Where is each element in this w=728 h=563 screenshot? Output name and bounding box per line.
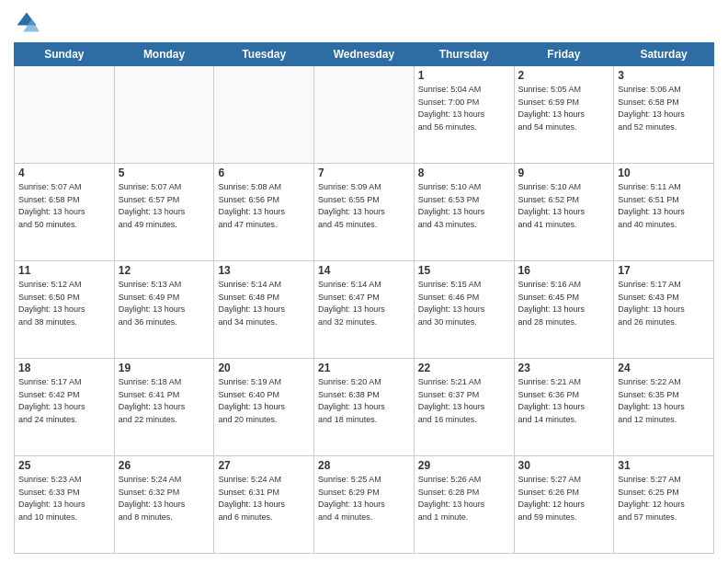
day-info: Sunrise: 5:27 AM Sunset: 6:25 PM Dayligh… — [618, 474, 710, 523]
calendar-cell: 28Sunrise: 5:25 AM Sunset: 6:29 PM Dayli… — [314, 456, 415, 554]
calendar-table: SundayMondayTuesdayWednesdayThursdayFrid… — [14, 42, 714, 554]
day-number: 15 — [418, 264, 510, 277]
day-info: Sunrise: 5:12 AM Sunset: 6:50 PM Dayligh… — [18, 279, 110, 328]
day-info: Sunrise: 5:17 AM Sunset: 6:43 PM Dayligh… — [618, 279, 710, 328]
weekday-header-friday: Friday — [514, 43, 614, 66]
day-number: 31 — [618, 459, 710, 472]
calendar-week-row: 25Sunrise: 5:23 AM Sunset: 6:33 PM Dayli… — [15, 456, 714, 554]
day-number: 22 — [418, 362, 510, 374]
weekday-header-thursday: Thursday — [414, 43, 514, 66]
calendar-cell — [214, 66, 314, 164]
day-number: 16 — [518, 264, 610, 277]
calendar-cell: 4Sunrise: 5:07 AM Sunset: 6:58 PM Daylig… — [15, 164, 115, 261]
calendar-cell: 21Sunrise: 5:20 AM Sunset: 6:38 PM Dayli… — [314, 359, 415, 456]
day-number: 3 — [618, 69, 710, 82]
calendar-cell: 29Sunrise: 5:26 AM Sunset: 6:28 PM Dayli… — [414, 456, 514, 554]
day-number: 21 — [318, 362, 410, 374]
day-info: Sunrise: 5:21 AM Sunset: 6:36 PM Dayligh… — [518, 376, 610, 426]
day-info: Sunrise: 5:07 AM Sunset: 6:57 PM Dayligh… — [119, 181, 210, 231]
calendar-cell: 13Sunrise: 5:14 AM Sunset: 6:48 PM Dayli… — [214, 261, 314, 359]
weekday-header-monday: Monday — [114, 43, 214, 66]
day-number: 9 — [518, 167, 610, 179]
day-number: 1 — [418, 69, 510, 82]
day-info: Sunrise: 5:17 AM Sunset: 6:42 PM Dayligh… — [18, 376, 110, 426]
day-number: 7 — [318, 167, 410, 179]
calendar-cell: 12Sunrise: 5:13 AM Sunset: 6:49 PM Dayli… — [114, 261, 214, 359]
calendar-cell: 8Sunrise: 5:10 AM Sunset: 6:53 PM Daylig… — [414, 164, 514, 261]
day-info: Sunrise: 5:14 AM Sunset: 6:48 PM Dayligh… — [218, 279, 310, 328]
day-info: Sunrise: 5:13 AM Sunset: 6:49 PM Dayligh… — [119, 279, 210, 328]
logo — [14, 9, 43, 35]
calendar-cell: 7Sunrise: 5:09 AM Sunset: 6:55 PM Daylig… — [314, 164, 415, 261]
day-number: 10 — [618, 167, 710, 179]
day-number: 6 — [218, 167, 310, 179]
day-number: 5 — [119, 167, 210, 179]
day-number: 11 — [18, 264, 110, 277]
day-info: Sunrise: 5:10 AM Sunset: 6:53 PM Dayligh… — [418, 181, 510, 231]
calendar-cell: 22Sunrise: 5:21 AM Sunset: 6:37 PM Dayli… — [414, 359, 514, 456]
day-info: Sunrise: 5:11 AM Sunset: 6:51 PM Dayligh… — [618, 181, 710, 231]
day-info: Sunrise: 5:21 AM Sunset: 6:37 PM Dayligh… — [418, 376, 510, 426]
day-number: 28 — [318, 459, 410, 472]
day-number: 2 — [518, 69, 610, 82]
day-number: 17 — [618, 264, 710, 277]
day-info: Sunrise: 5:04 AM Sunset: 7:00 PM Dayligh… — [418, 84, 510, 133]
calendar-cell: 15Sunrise: 5:15 AM Sunset: 6:46 PM Dayli… — [414, 261, 514, 359]
calendar-cell: 17Sunrise: 5:17 AM Sunset: 6:43 PM Dayli… — [614, 261, 714, 359]
calendar-cell: 19Sunrise: 5:18 AM Sunset: 6:41 PM Dayli… — [114, 359, 214, 456]
weekday-header-wednesday: Wednesday — [314, 43, 415, 66]
day-number: 23 — [518, 362, 610, 374]
weekday-header-saturday: Saturday — [614, 43, 714, 66]
day-number: 4 — [18, 167, 110, 179]
calendar-cell: 5Sunrise: 5:07 AM Sunset: 6:57 PM Daylig… — [114, 164, 214, 261]
day-number: 13 — [218, 264, 310, 277]
calendar-cell: 2Sunrise: 5:05 AM Sunset: 6:59 PM Daylig… — [514, 66, 614, 164]
day-info: Sunrise: 5:22 AM Sunset: 6:35 PM Dayligh… — [618, 376, 710, 426]
day-info: Sunrise: 5:25 AM Sunset: 6:29 PM Dayligh… — [318, 474, 410, 523]
day-info: Sunrise: 5:27 AM Sunset: 6:26 PM Dayligh… — [518, 474, 610, 523]
calendar-cell: 3Sunrise: 5:06 AM Sunset: 6:58 PM Daylig… — [614, 66, 714, 164]
day-number: 8 — [418, 167, 510, 179]
calendar-cell: 27Sunrise: 5:24 AM Sunset: 6:31 PM Dayli… — [214, 456, 314, 554]
day-number: 26 — [119, 459, 210, 472]
day-number: 27 — [218, 459, 310, 472]
calendar-week-row: 1Sunrise: 5:04 AM Sunset: 7:00 PM Daylig… — [15, 66, 714, 164]
page-container: SundayMondayTuesdayWednesdayThursdayFrid… — [0, 0, 728, 563]
day-number: 14 — [318, 264, 410, 277]
calendar-cell: 18Sunrise: 5:17 AM Sunset: 6:42 PM Dayli… — [15, 359, 115, 456]
day-number: 29 — [418, 459, 510, 472]
calendar-cell — [15, 66, 115, 164]
calendar-week-row: 11Sunrise: 5:12 AM Sunset: 6:50 PM Dayli… — [15, 261, 714, 359]
day-info: Sunrise: 5:07 AM Sunset: 6:58 PM Dayligh… — [18, 181, 110, 231]
calendar-cell — [114, 66, 214, 164]
day-number: 18 — [18, 362, 110, 374]
weekday-header-tuesday: Tuesday — [214, 43, 314, 66]
calendar-cell: 1Sunrise: 5:04 AM Sunset: 7:00 PM Daylig… — [414, 66, 514, 164]
day-info: Sunrise: 5:14 AM Sunset: 6:47 PM Dayligh… — [318, 279, 410, 328]
day-info: Sunrise: 5:26 AM Sunset: 6:28 PM Dayligh… — [418, 474, 510, 523]
calendar-cell: 11Sunrise: 5:12 AM Sunset: 6:50 PM Dayli… — [15, 261, 115, 359]
calendar-cell: 24Sunrise: 5:22 AM Sunset: 6:35 PM Dayli… — [614, 359, 714, 456]
day-info: Sunrise: 5:24 AM Sunset: 6:32 PM Dayligh… — [119, 474, 210, 523]
header — [14, 9, 714, 35]
weekday-header-sunday: Sunday — [15, 43, 115, 66]
day-number: 30 — [518, 459, 610, 472]
day-info: Sunrise: 5:08 AM Sunset: 6:56 PM Dayligh… — [218, 181, 310, 231]
day-info: Sunrise: 5:19 AM Sunset: 6:40 PM Dayligh… — [218, 376, 310, 426]
day-info: Sunrise: 5:20 AM Sunset: 6:38 PM Dayligh… — [318, 376, 410, 426]
day-number: 24 — [618, 362, 710, 374]
logo-icon — [14, 9, 40, 35]
weekday-header-row: SundayMondayTuesdayWednesdayThursdayFrid… — [15, 43, 714, 66]
calendar-cell: 25Sunrise: 5:23 AM Sunset: 6:33 PM Dayli… — [15, 456, 115, 554]
calendar-cell: 16Sunrise: 5:16 AM Sunset: 6:45 PM Dayli… — [514, 261, 614, 359]
day-number: 20 — [218, 362, 310, 374]
calendar-cell: 10Sunrise: 5:11 AM Sunset: 6:51 PM Dayli… — [614, 164, 714, 261]
day-info: Sunrise: 5:18 AM Sunset: 6:41 PM Dayligh… — [119, 376, 210, 426]
calendar-cell: 14Sunrise: 5:14 AM Sunset: 6:47 PM Dayli… — [314, 261, 415, 359]
day-info: Sunrise: 5:15 AM Sunset: 6:46 PM Dayligh… — [418, 279, 510, 328]
calendar-cell: 9Sunrise: 5:10 AM Sunset: 6:52 PM Daylig… — [514, 164, 614, 261]
day-number: 19 — [119, 362, 210, 374]
day-info: Sunrise: 5:06 AM Sunset: 6:58 PM Dayligh… — [618, 84, 710, 133]
day-info: Sunrise: 5:10 AM Sunset: 6:52 PM Dayligh… — [518, 181, 610, 231]
day-info: Sunrise: 5:16 AM Sunset: 6:45 PM Dayligh… — [518, 279, 610, 328]
